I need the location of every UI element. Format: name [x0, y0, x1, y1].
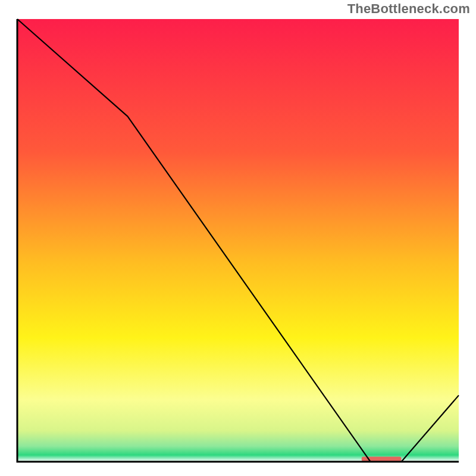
chart-container	[15, 18, 461, 464]
bottleneck-chart	[15, 18, 461, 464]
attribution-text: TheBottleneck.com	[347, 1, 470, 17]
gradient-background	[17, 19, 459, 462]
